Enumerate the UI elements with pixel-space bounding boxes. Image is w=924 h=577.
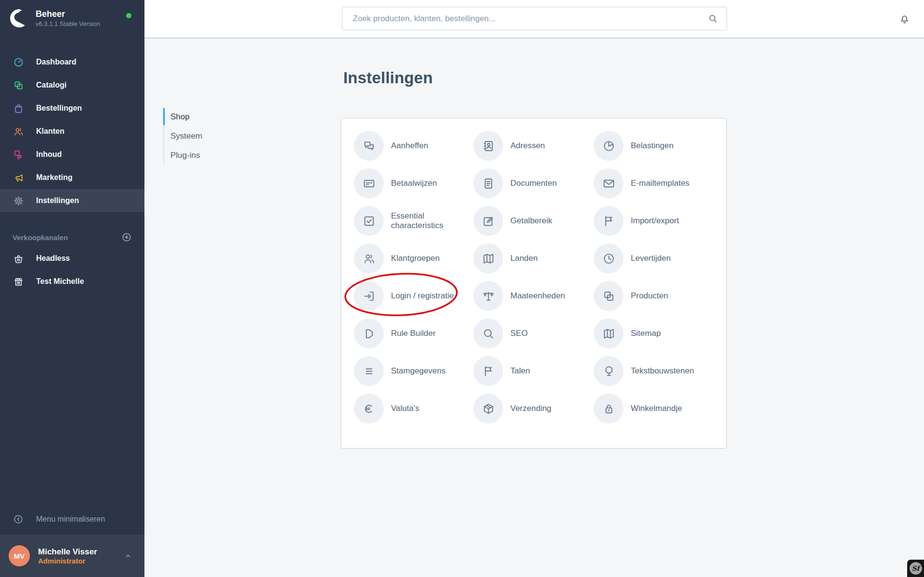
sidebar-item-klanten[interactable]: Klanten (0, 120, 144, 143)
balance-scale-icon (482, 290, 495, 303)
sales-channel-label: Headless (36, 254, 70, 263)
settings-item-label: Landen (510, 254, 538, 263)
menu-lines-icon (363, 365, 376, 378)
settings-item-login-registratie[interactable]: Login / registratie (354, 281, 473, 311)
notifications-bell-icon[interactable] (898, 13, 911, 26)
sidebar-item-catalogi[interactable]: Catalogi (0, 74, 144, 97)
sidebar-item-label: Dashboard (36, 58, 77, 66)
settings-card: AanheffenAdressenBelastingenBetaalwijzen… (341, 118, 727, 449)
settings-item-rule-builder[interactable]: Rule Builder (354, 319, 473, 348)
settings-item-label: Rule Builder (391, 329, 436, 338)
chevron-left-circle-icon (13, 514, 24, 525)
pie-chart-icon (602, 140, 615, 153)
tab-shop[interactable]: Shop (164, 107, 269, 127)
settings-item-label: Sitemap (631, 329, 661, 338)
sales-channels-list: HeadlessTest Michelle (0, 247, 144, 293)
envelope-icon (602, 177, 615, 190)
settings-item-circle (354, 131, 384, 161)
sidebar-item-label: Inhoud (36, 150, 62, 159)
settings-item-seo[interactable]: SEO (473, 319, 594, 348)
settings-item-documenten[interactable]: Documenten (473, 168, 594, 198)
settings-item-valuta-s[interactable]: Valuta's (354, 394, 473, 423)
settings-item-label: Verzending (510, 404, 551, 413)
user-menu[interactable]: MV Michelle Visser Administrator (0, 535, 144, 577)
settings-item-circle (473, 168, 503, 198)
settings-item-getalbereik[interactable]: Getalbereik (473, 206, 594, 236)
magnifier-icon (482, 327, 495, 340)
settings-tabs: ShopSysteemPlug-ins (163, 107, 269, 165)
sales-channels-title: Verkoopkanalen (13, 233, 121, 242)
settings-item-label: Klantgroepen (391, 254, 440, 263)
search-input[interactable] (353, 14, 708, 24)
tab-plug-ins[interactable]: Plug-ins (164, 146, 269, 165)
clock-icon (602, 252, 615, 265)
settings-item-aanheffen[interactable]: Aanheffen (354, 131, 473, 161)
sidebar-item-inhoud[interactable]: Inhoud (0, 143, 144, 166)
settings-item-belastingen[interactable]: Belastingen (594, 131, 726, 161)
settings-item-landen[interactable]: Landen (473, 244, 594, 273)
search-icon[interactable] (708, 13, 718, 24)
settings-item-verzending[interactable]: Verzending (473, 394, 594, 423)
settings-item-circle (594, 394, 624, 423)
settings-item-stamgegevens[interactable]: Stamgegevens (354, 356, 473, 386)
padlock-icon (602, 402, 615, 415)
app-name: Beheer (36, 9, 100, 20)
settings-item-label: Valuta's (391, 404, 419, 413)
settings-item-klantgroepen[interactable]: Klantgroepen (354, 244, 473, 273)
settings-item-levertijden[interactable]: Levertijden (594, 244, 726, 273)
settings-item-label: Talen (510, 366, 530, 376)
settings-item-tekstbouwstenen[interactable]: Tekstbouwstenen (594, 356, 726, 386)
sidebar-item-marketing[interactable]: Marketing (0, 166, 144, 189)
sales-channel-test-michelle[interactable]: Test Michelle (0, 270, 144, 293)
sidebar-item-instellingen[interactable]: Instellingen (0, 189, 144, 212)
menu-minimize-label: Menu minimaliseren (36, 515, 105, 524)
settings-item-label: E-mailtemplates (631, 179, 690, 188)
settings-item-label: Aanheffen (391, 141, 428, 151)
sidebar-item-label: Klanten (36, 127, 65, 136)
settings-item-adressen[interactable]: Adressen (473, 131, 594, 161)
settings-item-label: Levertijden (631, 254, 671, 263)
settings-item-producten[interactable]: Producten (594, 281, 726, 311)
settings-item-betaalwijzen[interactable]: Betaalwijzen (354, 168, 473, 198)
sidebar-item-bestellingen[interactable]: Bestellingen (0, 97, 144, 120)
sidebar-item-label: Marketing (36, 173, 73, 182)
symfony-profiler-badge[interactable]: Sf (907, 560, 924, 577)
users-icon (13, 126, 24, 137)
app-version: v6.3.1.1 Stable Version (36, 20, 100, 27)
checkbox-icon (363, 215, 376, 228)
settings-item-label: Tekstbouwstenen (631, 366, 694, 376)
sidebar-item-dashboard[interactable]: Dashboard (0, 51, 144, 74)
address-book-icon (482, 140, 495, 153)
flag-icon (482, 365, 495, 378)
settings-item-winkelmandje[interactable]: Winkelmandje (594, 394, 726, 423)
settings-item-import-export[interactable]: Import/export (594, 206, 726, 236)
tab-systeem[interactable]: Systeem (164, 127, 269, 146)
sales-channel-headless[interactable]: Headless (0, 247, 144, 270)
settings-item-label: Getalbereik (510, 216, 552, 226)
euro-icon (363, 402, 376, 415)
text-module-icon (602, 365, 615, 378)
settings-item-circle (594, 206, 624, 236)
settings-item-maateenheden[interactable]: Maateenheden (473, 281, 594, 311)
sidebar-header: Beheer v6.3.1.1 Stable Version (0, 0, 144, 35)
sidebar-item-label: Catalogi (36, 81, 66, 90)
settings-item-circle (473, 319, 503, 348)
settings-item-e-mailtemplates[interactable]: E-mailtemplates (594, 168, 726, 198)
user-name: Michelle Visser (38, 547, 123, 557)
settings-item-sitemap[interactable]: Sitemap (594, 319, 726, 348)
menu-minimize-button[interactable]: Menu minimaliseren (0, 508, 144, 531)
sidebar-nav: DashboardCatalogiBestellingenKlantenInho… (0, 51, 144, 212)
shopware-logo-icon (10, 9, 29, 28)
settings-item-circle (354, 319, 384, 348)
settings-item-label: Import/export (631, 216, 679, 226)
map-icon (602, 327, 615, 340)
flag-icon (602, 215, 615, 228)
add-sales-channel-icon[interactable] (121, 232, 132, 243)
settings-item-talen[interactable]: Talen (473, 356, 594, 386)
search-box (342, 7, 727, 30)
storefront-icon (13, 276, 24, 287)
settings-item-label: Maateenheden (510, 291, 565, 301)
settings-item-label: Betaalwijzen (391, 179, 437, 188)
settings-item-essential-characteristics[interactable]: Essential characteristics (354, 206, 473, 236)
settings-item-label: Essential characteristics (391, 211, 473, 231)
